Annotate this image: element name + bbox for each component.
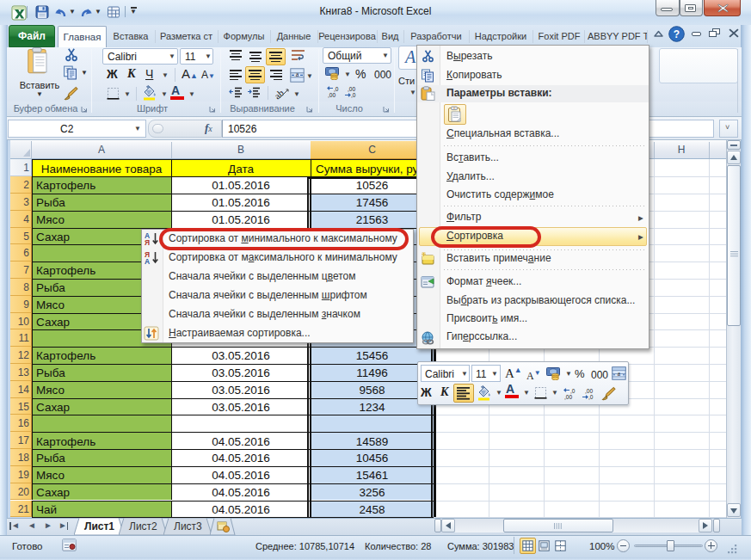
svg-text:,0: ,0	[588, 394, 594, 400]
svg-text:Я: Я	[145, 238, 150, 246]
svg-text:,00: ,00	[348, 86, 355, 92]
svg-text:А: А	[145, 257, 150, 265]
svg-text:,0: ,0	[334, 86, 339, 92]
svg-text:,0: ,0	[570, 388, 576, 394]
svg-text:?: ?	[674, 28, 680, 40]
svg-text:,0: ,0	[351, 92, 356, 98]
svg-text:,00: ,00	[564, 394, 572, 400]
svg-text:,00: ,00	[585, 388, 593, 394]
svg-text:a: a	[296, 71, 299, 78]
svg-text:,00: ,00	[328, 92, 335, 98]
svg-text:ab: ab	[275, 87, 286, 101]
